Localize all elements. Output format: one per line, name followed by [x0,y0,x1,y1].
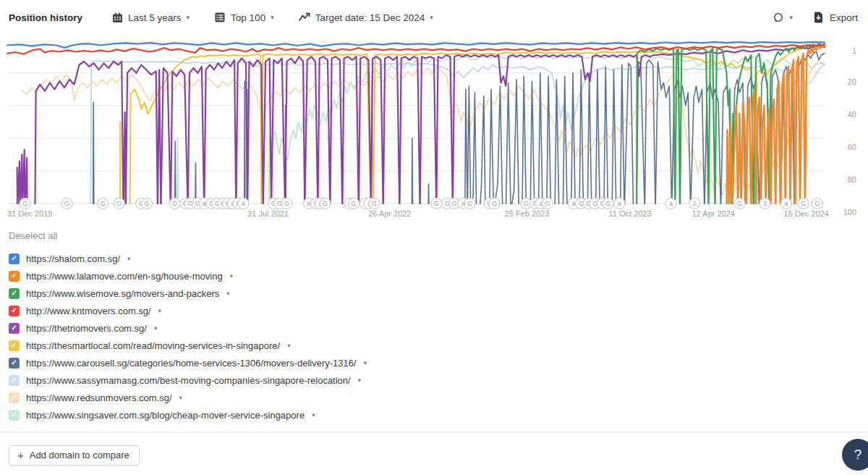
x-axis-label: 31 Dec 2019 [7,209,52,218]
checkbox[interactable]: ✓ [9,288,20,299]
update-marker-letter: G [116,200,122,207]
update-marker-letter: 2 [693,200,697,207]
toolbar: Position history Last 5 years ▾ Top 100 … [0,0,868,35]
checkbox[interactable]: ✓ [9,392,20,403]
update-marker-letter: G [101,200,106,207]
update-marker-letter: G [434,200,439,207]
position-history-chart[interactable]: GGGGGGGGGGaGGGGaGaGGGaGaGaGaaGGGGaGGGGGa… [0,35,868,222]
help-button[interactable]: ? [842,439,868,471]
chevron-down-icon[interactable]: ▾ [364,359,367,366]
legend-url[interactable]: https://www.sassymamasg.com/best-moving-… [26,375,351,386]
update-marker-letter: G [452,200,457,207]
update-marker-letter: a [618,200,621,207]
export-file-icon [813,12,825,23]
series-group [7,42,825,211]
legend-item: ✓https://www.redsunmovers.com.sg/▾ [9,389,859,406]
chevron-down-icon[interactable]: ▾ [287,342,290,349]
x-axis-label: 11 Oct 2023 [608,209,651,218]
chevron-down-icon[interactable]: ▾ [226,290,229,297]
chevron-down-icon[interactable]: ▾ [158,307,161,314]
legend-url[interactable]: https://www.carousell.sg/categories/home… [26,358,357,369]
legend-url[interactable]: https://www.lalamove.com/en-sg/house-mov… [26,271,223,282]
export-button[interactable]: Export [813,12,858,23]
chevron-down-icon[interactable]: ▾ [127,255,130,262]
y-axis-label: 20 [848,77,856,86]
legend-item: ✓https://shalom.com.sg/▾ [9,250,859,267]
checkbox[interactable]: ✓ [9,306,20,316]
chevron-down-icon[interactable]: ▾ [179,394,182,401]
export-label: Export [830,12,858,23]
legend-url[interactable]: https://shalom.com.sg/ [26,253,120,264]
update-marker-letter: a [307,200,310,207]
calendar-icon [111,12,123,23]
comments-dropdown[interactable]: ▾ [773,12,793,23]
position-history-panel: Position history Last 5 years ▾ Top 100 … [0,0,868,475]
chevron-down-icon[interactable]: ▾ [312,411,315,419]
update-marker-letter: G [801,200,806,207]
update-marker-letter: G [64,200,69,207]
update-marker-letter: G [352,200,357,207]
legend-url[interactable]: https://www.singsaver.com.sg/blog/cheap-… [26,410,305,421]
legend-url[interactable]: https://www.wisemove.sg/movers-and-packe… [26,288,219,299]
series-line [7,42,825,48]
update-marker-letter: G [605,200,610,207]
update-marker-letter: a [242,200,245,207]
checkbox[interactable]: ✓ [9,358,20,369]
legend-item: ✓https://thesmartlocal.com/read/moving-s… [9,337,859,354]
update-marker-letter: G [737,200,742,207]
update-marker-letter: G [492,200,497,207]
checkbox[interactable]: ✓ [9,271,20,282]
update-marker-letter: G [284,200,289,207]
deselect-all-link[interactable]: Deselect all [9,230,859,241]
legend-item: ✓https://www.sassymamasg.com/best-moving… [9,371,859,389]
checkbox[interactable]: ✓ [9,375,20,386]
checkbox[interactable]: ✓ [9,253,20,264]
y-axis-label: 80 [848,175,856,184]
page-title: Position history [9,12,82,23]
legend: Deselect all ✓https://shalom.com.sg/▾✓ht… [0,222,868,424]
chevron-down-icon[interactable]: ▾ [358,377,361,384]
update-marker-letter: G [22,200,27,207]
list-icon [214,12,226,23]
update-marker-letter: G [814,200,820,207]
chart-svg: GGGGGGGGGGaGGGGaGaGGGaGaGaGaaGGGGaGGGGGa… [0,35,868,222]
legend-item: ✓http://www.kntmovers.com.sg/▾ [9,302,859,319]
target-date-dropdown[interactable]: Target date: 15 Dec 2024 ▾ [299,9,433,26]
chevron-down-icon[interactable]: ▾ [230,272,233,279]
legend-item: ✓https://www.carousell.sg/categories/hom… [9,354,859,371]
update-marker-letter: a [784,200,788,207]
checkbox[interactable]: ✓ [9,410,20,421]
top-filter-dropdown[interactable]: Top 100 ▾ [214,9,274,26]
update-marker-letter: G [524,200,529,207]
footer: + Add domain to compare [0,432,868,466]
add-domain-button[interactable]: + Add domain to compare [9,445,140,466]
legend-url[interactable]: http://www.kntmovers.com.sg/ [26,306,151,316]
date-range-label: Last 5 years [128,12,182,23]
date-range-dropdown[interactable]: Last 5 years ▾ [111,9,190,26]
chevron-down-icon: ▾ [271,14,274,21]
legend-url[interactable]: https://thesmartlocal.com/read/moving-se… [26,340,280,351]
legend-list: ✓https://shalom.com.sg/▾✓https://www.lal… [9,250,859,424]
chevron-down-icon: ▾ [430,14,433,21]
checkbox[interactable]: ✓ [9,340,20,351]
legend-item: ✓https://www.lalamove.com/en-sg/house-mo… [9,267,859,285]
update-marker-letter: G [145,200,150,207]
top-filter-label: Top 100 [231,12,265,23]
plus-icon: + [17,450,24,461]
update-marker-letter: a [669,200,673,207]
target-date-label: Target date: 15 Dec 2024 [315,12,425,23]
x-axis-label: 26 Apr 2022 [368,209,411,218]
legend-url[interactable]: https://thetriomovers.com.sg/ [26,323,147,334]
checkbox[interactable]: ✓ [9,323,20,334]
y-axis-label: 40 [848,110,856,119]
update-marker-letter: a [203,200,206,207]
legend-item: ✓https://thetriomovers.com.sg/▾ [9,319,859,337]
update-marker-letter: 2 [763,200,767,207]
legend-item: ✓https://www.wisemove.sg/movers-and-pack… [9,285,859,302]
legend-url[interactable]: https://www.redsunmovers.com.sg/ [26,392,172,403]
chat-bubble-icon [773,12,784,23]
update-marker-letter: a [572,200,576,207]
y-axis-label: 60 [848,143,856,151]
chevron-down-icon[interactable]: ▾ [154,324,157,332]
legend-item: ✓https://www.singsaver.com.sg/blog/cheap… [9,406,859,424]
